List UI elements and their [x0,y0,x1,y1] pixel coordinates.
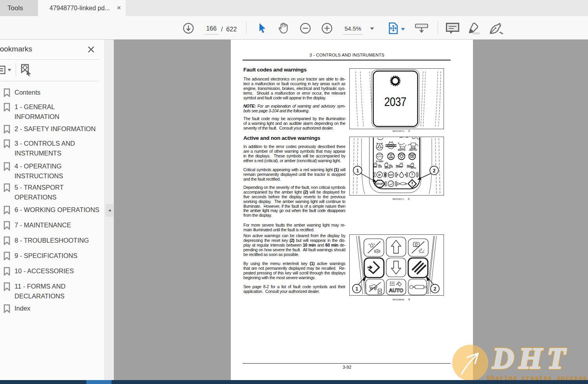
svg-text:AUTO: AUTO [398,148,405,151]
svg-text:DHT: DHT [492,342,570,373]
svg-text:2: 2 [433,168,436,174]
svg-text:1: 1 [356,286,358,292]
svg-text:AUTO: AUTO [409,148,417,151]
svg-text:AUTO: AUTO [411,167,416,169]
svg-text:n min: n min [376,160,383,163]
svg-text:AUTO: AUTO [385,167,390,169]
svg-text:1: 1 [356,168,359,174]
svg-text:P: P [378,173,381,177]
svg-text:AUTO: AUTO [376,155,383,158]
svg-text:2037: 2037 [384,95,406,109]
svg-text:kW: kW [389,156,393,159]
svg-text:AUTO: AUTO [389,287,404,293]
svg-text:STOP: STOP [376,183,383,185]
svg-text:2: 2 [434,286,436,292]
